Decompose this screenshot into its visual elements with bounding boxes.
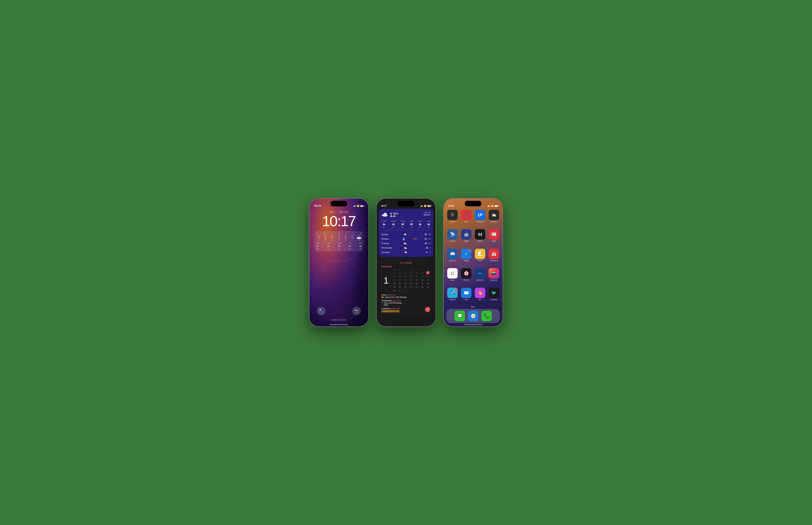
cal-date-28: 28 xyxy=(409,271,413,274)
day-name-wed: Wednesday xyxy=(381,247,395,249)
app-instagram-wrapper[interactable]: 📷 Instagram xyxy=(488,268,500,285)
cal-date-1-today: 1 xyxy=(426,271,429,274)
app-telegram-wrapper[interactable]: ✈️ 1 Telegram xyxy=(446,288,459,305)
app-carrot-wrapper[interactable]: ⛅ CARROT xyxy=(488,210,500,227)
app-things-wrapper[interactable]: ✓ 7 Things xyxy=(460,249,472,266)
cal-date-n2: 2 xyxy=(409,289,413,292)
lock-cal-header-f: F xyxy=(353,232,354,234)
day-icon-mon: 💧 xyxy=(402,237,405,240)
app-messages-icon: 💬 xyxy=(455,311,465,321)
cal-dates-grid: 25 26 27 28 29 30 1 2 3 4 xyxy=(392,271,431,292)
lock-cal-weather: 10P11P12A1A2A xyxy=(316,242,361,244)
dynamic-island-3 xyxy=(465,201,482,206)
hour-time-5: 3 AM xyxy=(418,220,422,222)
lock-cal-weather-icons: 🌥️🌥️☁️☁️🌥️ xyxy=(316,245,361,247)
signal-bar-3-1 xyxy=(487,206,488,207)
carrier-2: 10:17 xyxy=(381,205,387,207)
day-hi-thu: 8 xyxy=(426,251,427,253)
weather-day-tuesday: Tuesday ⛅ 19 11 xyxy=(381,241,431,245)
cal-date-19: 19 xyxy=(409,282,413,285)
event-winkler: 2:00–6:00 PM Winkler MJHL xyxy=(381,302,431,306)
weather-main-icon: ☁️ xyxy=(381,212,388,218)
app-hey-label: HEY xyxy=(478,299,482,301)
cal-date-3: 3 xyxy=(398,275,401,278)
lock-calendar-widget: S M T W T F S 18192021222324 25262728293… xyxy=(315,231,363,252)
app-photos-wrapper[interactable]: 🌸 Photos xyxy=(460,268,472,285)
lock-cal-header-s: S xyxy=(360,232,361,234)
cal-left: 1 xyxy=(381,269,391,292)
app-matter-label: Matter xyxy=(477,240,483,242)
cal-date-23: 23 xyxy=(393,285,396,289)
app-dayone-icon: 📖 xyxy=(447,249,458,259)
event-thursday-text: THURSDAY xyxy=(381,308,390,310)
app-1password-icon: 1P xyxy=(475,210,485,220)
hour-icon-6: 🌥️ xyxy=(427,223,430,226)
cal-date-20: 20 xyxy=(415,282,418,285)
app-messages-wrapper[interactable]: 💬 xyxy=(455,311,465,321)
battery-fill-3 xyxy=(495,206,497,207)
lock-cal-header-m: M xyxy=(324,232,325,234)
app-phone-wrapper[interactable]: 📞 xyxy=(481,311,492,321)
widgets-content: ☁️ 12° 15↑ 8↓ Morden 11 PM 🌥️ 11° xyxy=(377,198,435,319)
weather-top: ☁️ 12° 15↑ 8↓ Morden xyxy=(381,211,431,218)
event-winkler-text: 2:00–6:00 PM Winkler MJHL xyxy=(384,302,402,306)
calendar-widget[interactable]: OCTOBER Saturday 1 S M T xyxy=(379,259,433,315)
app-things-badge: 7 xyxy=(469,249,471,251)
hour-time-2: 12 AM xyxy=(391,220,396,222)
flashlight-button[interactable]: 🔦 xyxy=(317,307,325,315)
weather-highlow: 15↑ 8↓ xyxy=(424,211,431,214)
app-safari-wrapper[interactable]: 🧭 xyxy=(468,311,478,321)
weather-location: Morden xyxy=(424,214,431,216)
app-tweetbot-wrapper[interactable]: 🐦 Tweetbot xyxy=(488,288,500,305)
app-news-wrapper[interactable]: 📰 News xyxy=(488,229,500,246)
cal-saturday-label: Saturday xyxy=(381,265,395,268)
app-apollo-wrapper[interactable]: 🤖 Apollo xyxy=(460,229,472,246)
cal-date-n3: 3 xyxy=(415,289,418,292)
cal-date-n1: 1 xyxy=(404,289,407,292)
weather-day-monday: Monday 💧 46% 21 11 xyxy=(381,237,431,241)
app-notes-label: Notes xyxy=(478,260,482,261)
app-dayone-wrapper[interactable]: 📖 Day One xyxy=(446,249,459,266)
cal-date-29b: 29 xyxy=(426,285,429,289)
weather-widget[interactable]: ☁️ 12° 15↑ 8↓ Morden 11 PM 🌥️ 11° xyxy=(379,209,433,257)
app-mail-wrapper[interactable]: ✉️ Mail xyxy=(460,288,472,305)
dock: 💬 🧭 📞 xyxy=(446,309,500,323)
app-calcbot-icon: ⠿ xyxy=(447,210,458,220)
app-music-wrapper[interactable]: 🎵 Music xyxy=(460,210,472,227)
app-notes-icon: 📝 xyxy=(475,249,485,259)
day-lo-tue: 11 xyxy=(428,242,431,244)
cal-date-14: 14 xyxy=(420,278,424,282)
day-icon-thu: 🌤️ xyxy=(404,251,407,254)
weather-daily: Sunday 🌤️ 21 10 Monday 💧 46% xyxy=(381,232,431,254)
signal-bar-2-1 xyxy=(420,206,421,207)
app-1password-wrapper[interactable]: 1P 1Password xyxy=(474,210,486,227)
app-hey-wrapper[interactable]: 👋 HEY xyxy=(474,288,486,305)
cal-date-7: 7 xyxy=(420,275,424,278)
events-section: TODAY 2022-10-01 🎁 Tanya Fehr's 30th Bir… xyxy=(381,294,431,313)
cal-date-28b: 28 xyxy=(420,285,424,289)
app-lightroom-wrapper[interactable]: Lr Lightroom xyxy=(474,268,486,285)
app-mail-label: Mail xyxy=(465,299,468,301)
dynamic-island-2 xyxy=(398,201,414,206)
app-fantastical-wrapper[interactable]: 📅 Fantastical xyxy=(488,249,500,266)
carrier-1: TELUS xyxy=(314,205,321,207)
app-matter-wrapper[interactable]: M Matter xyxy=(474,229,486,246)
cal-date-16: 16 xyxy=(393,282,396,285)
event-today-date: 2022-10-01 xyxy=(387,294,396,296)
lock-swipe-text: Swipe up to open xyxy=(309,319,368,321)
event-thursday-section: THURSDAY 2022-10-06 Compost (green cart) xyxy=(381,308,431,313)
app-notes-wrapper[interactable]: 📝 Notes xyxy=(474,249,486,266)
cal-date-25b: 25 xyxy=(404,285,407,289)
app-unread-wrapper[interactable]: 📡 Unread xyxy=(446,229,459,246)
app-glass-wrapper[interactable]: G Glass xyxy=(446,268,459,285)
app-calcbot-wrapper[interactable]: ⠿ Calcbot xyxy=(446,210,459,227)
cal-add-button[interactable]: + xyxy=(425,307,430,312)
camera-button[interactable]: 📷 xyxy=(352,307,361,315)
hour-temp-4: 11° xyxy=(410,226,413,228)
hour-temp-1: 11° xyxy=(383,226,385,228)
hour-temp-6: 11° xyxy=(427,226,430,228)
app-tweetbot-label: Tweetbot xyxy=(490,299,497,301)
app-carrot-label: CARROT xyxy=(490,221,497,223)
day-name-thu: Thursday xyxy=(381,251,395,253)
calh-s1: S xyxy=(392,269,397,271)
